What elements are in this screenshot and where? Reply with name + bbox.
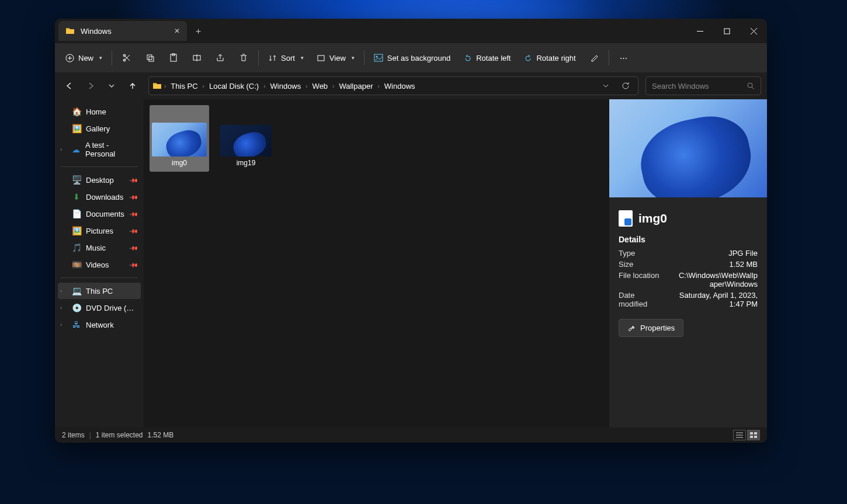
properties-button[interactable]: Properties	[619, 319, 683, 337]
chevron-right-icon: ›	[60, 305, 62, 311]
close-button[interactable]	[740, 19, 767, 43]
breadcrumb-item[interactable]: Wallpaper	[336, 81, 375, 92]
tab-active[interactable]: Windows ✕	[58, 21, 187, 41]
delete-button[interactable]	[232, 48, 255, 68]
view-icon	[317, 54, 325, 62]
rotate-left-label: Rotate left	[476, 54, 511, 62]
sidebar-item-label: Music	[86, 244, 106, 252]
file-item[interactable]: img19	[216, 105, 276, 172]
sidebar-item-onedrive[interactable]: › ☁ A test - Personal	[58, 137, 141, 162]
svg-rect-5	[149, 57, 154, 61]
disc-icon: 💿	[72, 303, 81, 312]
breadcrumb-item[interactable]: Windows	[268, 81, 304, 92]
rename-icon	[192, 53, 202, 62]
file-label: img19	[237, 159, 256, 169]
sidebar-item-music[interactable]: 🎵 Music 📌	[58, 239, 141, 256]
tab-close-button[interactable]: ✕	[174, 27, 180, 35]
set-background-button[interactable]: Set as background	[368, 48, 456, 68]
sidebar-item-label: Desktop	[86, 176, 114, 185]
details-filename: img0	[638, 211, 667, 225]
breadcrumb-item[interactable]: Local Disk (C:)	[207, 81, 261, 92]
search-input[interactable]: Search Windows	[645, 77, 761, 95]
sidebar-item-dvd[interactable]: › 💿 DVD Drive (D:) CCC	[58, 300, 141, 316]
chevron-down-icon: ▾	[99, 55, 102, 61]
details-pane: img0 Details Type JPG File Size 1.52 MB …	[609, 99, 767, 427]
status-bar: 2 items | 1 item selected 1.52 MB	[55, 427, 767, 443]
paste-button[interactable]	[162, 48, 185, 68]
sidebar-item-label: Pictures	[86, 227, 113, 235]
sidebar-item-videos[interactable]: 🎞️ Videos 📌	[58, 256, 141, 273]
sidebar-item-pictures[interactable]: 🖼️ Pictures 📌	[58, 223, 141, 239]
breadcrumb-item[interactable]: Web	[310, 81, 331, 92]
maximize-button[interactable]	[713, 19, 740, 43]
chevron-right-icon: ›	[60, 288, 62, 294]
minimize-button[interactable]	[686, 19, 713, 43]
share-icon	[216, 53, 225, 62]
sort-button[interactable]: Sort ▾	[262, 48, 310, 68]
share-button[interactable]	[209, 48, 231, 68]
details-section-title: Details	[619, 235, 758, 244]
cut-button[interactable]	[116, 48, 138, 68]
file-thumbnail	[152, 123, 207, 157]
preview-image	[609, 99, 767, 197]
home-icon: 🏠	[72, 107, 81, 116]
file-list[interactable]: img0 img19	[144, 99, 609, 427]
up-button[interactable]	[124, 77, 141, 95]
sidebar-item-documents[interactable]: 📄 Documents 📌	[58, 206, 141, 222]
rotate-right-button[interactable]: Rotate right	[518, 48, 581, 68]
details-label: File location	[619, 271, 659, 289]
recent-dropdown[interactable]	[103, 77, 120, 95]
chevron-right-icon: ›	[378, 83, 380, 89]
file-item[interactable]: img0	[150, 105, 209, 172]
sidebar-item-gallery[interactable]: 🖼️ Gallery	[58, 120, 141, 137]
new-tab-button[interactable]: ＋	[194, 26, 203, 37]
copy-button[interactable]	[139, 48, 161, 68]
list-view-icon	[736, 432, 743, 438]
details-label: Type	[619, 249, 635, 258]
clear-button[interactable]	[583, 48, 605, 68]
pin-icon: 📌	[129, 209, 138, 218]
chevron-right-icon: ›	[263, 83, 265, 89]
breadcrumb-item[interactable]: Windows	[382, 81, 418, 92]
forward-button[interactable]	[82, 77, 99, 95]
refresh-button[interactable]	[617, 77, 634, 95]
pin-icon: 📌	[129, 243, 138, 252]
rename-button[interactable]	[186, 48, 208, 68]
tab-title: Windows	[81, 27, 112, 36]
address-dropdown[interactable]	[597, 77, 615, 95]
thumbnails-view-button[interactable]	[747, 430, 760, 440]
details-view-button[interactable]	[733, 430, 746, 440]
svg-rect-0	[724, 29, 730, 34]
chevron-right-icon: ›	[203, 83, 204, 89]
scissors-icon	[122, 53, 131, 62]
details-label: Size	[619, 260, 633, 269]
status-item-count: 2 items	[62, 431, 85, 439]
wrench-icon	[627, 324, 636, 332]
plus-circle-icon	[65, 54, 74, 62]
sidebar-item-network[interactable]: › 🖧 Network	[58, 317, 141, 333]
chevron-right-icon: ›	[60, 147, 62, 152]
sidebar-item-home[interactable]: 🏠 Home	[58, 103, 141, 120]
grid-view-icon	[750, 432, 757, 438]
svg-rect-14	[754, 432, 757, 435]
more-button[interactable]: ⋯	[613, 48, 635, 68]
new-button[interactable]: New ▾	[60, 48, 108, 68]
view-button[interactable]: View ▾	[311, 48, 360, 68]
chevron-right-icon: ›	[60, 322, 62, 328]
sidebar-item-downloads[interactable]: ⬇ Downloads 📌	[58, 189, 141, 205]
sidebar-item-label: Network	[86, 321, 114, 329]
sidebar-item-desktop[interactable]: 🖥️ Desktop 📌	[58, 172, 141, 188]
sidebar-item-this-pc[interactable]: › 💻 This PC	[58, 283, 141, 299]
breadcrumb-item[interactable]: This PC	[168, 81, 200, 92]
body: 🏠 Home 🖼️ Gallery › ☁ A test - Personal …	[55, 99, 767, 427]
details-title: img0	[619, 210, 758, 227]
toolbar: New ▾ Sort ▾ View ▾ Set as background Ro…	[55, 43, 767, 72]
toolbar-separator	[258, 50, 259, 65]
rotate-left-button[interactable]: Rotate left	[457, 48, 516, 68]
svg-point-11	[376, 56, 377, 58]
breadcrumb[interactable]: › This PC › Local Disk (C:) › Windows › …	[148, 77, 638, 95]
status-selected-count: 1 item selected	[96, 431, 143, 439]
back-button[interactable]	[61, 77, 78, 95]
details-value: JPG File	[728, 249, 758, 258]
video-icon: 🎞️	[72, 260, 81, 269]
